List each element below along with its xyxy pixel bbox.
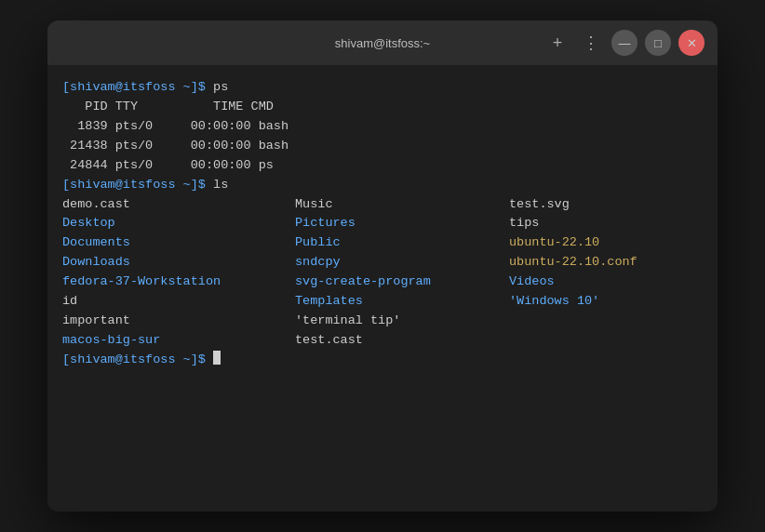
ls-item-id: id — [62, 292, 295, 312]
ls-item-desktop: Desktop — [62, 214, 295, 233]
close-button[interactable]: ✕ — [678, 30, 705, 56]
final-prompt-line: [shivam@itsfoss ~]$ — [62, 351, 703, 370]
title-bar-right: + ⋮ — □ ✕ — [490, 30, 705, 56]
ls-item-public: Public — [295, 233, 509, 253]
ps-row-1-text: 1839 pts/0 00:00:00 bash — [62, 117, 289, 137]
ls-cmd: ls — [213, 176, 228, 195]
ps-prompt-line: [shivam@itsfoss ~]$ ps — [62, 78, 703, 98]
ls-output: demo.cast Music test.svg Desktop Picture… — [62, 195, 703, 351]
prompt-1: [shivam@itsfoss ~]$ — [62, 78, 213, 98]
ls-item-test-cast: test.cast — [295, 331, 509, 351]
prompt-3: [shivam@itsfoss ~]$ — [62, 351, 213, 370]
ls-item-macos: macos-big-sur — [62, 331, 295, 351]
ls-item-terminal-tip: 'terminal tip' — [295, 312, 509, 331]
ls-item-ubuntu-2210: ubuntu-22.10 — [509, 233, 695, 253]
menu-button[interactable]: ⋮ — [578, 30, 604, 56]
ps-row-3-text: 24844 pts/0 00:00:00 ps — [62, 156, 274, 176]
cursor — [213, 351, 221, 365]
prompt-2: [shivam@itsfoss ~]$ — [62, 176, 213, 195]
new-tab-button[interactable]: + — [544, 30, 570, 56]
ls-item-pictures: Pictures — [295, 214, 509, 233]
minimize-button[interactable]: — — [611, 30, 638, 56]
ps-header-line: PID TTY TIME CMD — [62, 98, 703, 117]
ps-row-1: 1839 pts/0 00:00:00 bash — [62, 117, 703, 137]
ls-item-videos: Videos — [509, 273, 695, 292]
title-bar-center: shivam@itsfoss:~ — [275, 36, 490, 50]
ls-item-documents: Documents — [62, 233, 295, 253]
ls-item-downloads: Downloads — [62, 253, 295, 273]
maximize-button[interactable]: □ — [645, 30, 671, 56]
ps-header: PID TTY TIME CMD — [62, 98, 274, 117]
ls-item-empty-1 — [509, 312, 695, 331]
ls-item-ubuntu-2210-conf: ubuntu-22.10.conf — [509, 253, 695, 273]
title-bar: shivam@itsfoss:~ + ⋮ — □ ✕ — [47, 20, 718, 65]
ls-item-svg-create: svg-create-program — [295, 273, 509, 292]
ps-row-2-text: 21438 pts/0 00:00:00 bash — [62, 137, 289, 156]
ls-item-test-svg: test.svg — [509, 195, 695, 215]
ls-item-windows10: 'Windows 10' — [509, 292, 695, 312]
ps-row-3: 24844 pts/0 00:00:00 ps — [62, 156, 703, 176]
ls-item-fedora: fedora-37-Workstation — [62, 273, 295, 292]
ps-row-2: 21438 pts/0 00:00:00 bash — [62, 137, 703, 156]
ps-cmd: ps — [213, 78, 228, 98]
ls-item-empty-2 — [509, 331, 695, 351]
terminal-window: shivam@itsfoss:~ + ⋮ — □ ✕ [shivam@itsfo… — [47, 20, 718, 512]
window-title: shivam@itsfoss:~ — [335, 36, 430, 50]
ls-prompt-line: [shivam@itsfoss ~]$ ls — [62, 176, 703, 195]
ls-item-music: Music — [295, 195, 509, 215]
ls-item-important: important — [62, 312, 295, 331]
ls-item-demo-cast: demo.cast — [62, 195, 295, 215]
ls-item-templates: Templates — [295, 292, 509, 312]
ls-item-tips: tips — [509, 214, 695, 233]
terminal-body[interactable]: [shivam@itsfoss ~]$ ps PID TTY TIME CMD … — [47, 65, 718, 512]
ls-item-sndcpy: sndcpy — [295, 253, 509, 273]
